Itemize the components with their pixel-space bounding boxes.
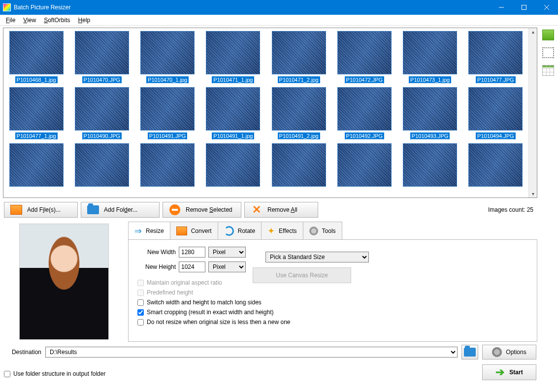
thumbnail-item[interactable]: P1010468_1.jpg — [5, 31, 67, 83]
maximize-button[interactable] — [513, 0, 535, 15]
new-width-label: New Width — [137, 249, 176, 256]
minimize-button[interactable] — [490, 0, 513, 15]
view-mode-strip — [538, 26, 558, 392]
thumbnail-item[interactable] — [268, 143, 329, 190]
thumbnail-item[interactable]: P1010492.JPG — [333, 87, 395, 139]
thumbnail-image — [9, 87, 64, 131]
thumbnail-scrollbar[interactable] — [528, 28, 537, 197]
tab-convert-label: Convert — [191, 228, 212, 234]
thumbnail-item[interactable]: P1010491_1.jpg — [202, 87, 264, 139]
thumbnail-image — [140, 31, 195, 74]
thumbnail-item[interactable]: P1010471_2.jpg — [268, 31, 329, 83]
tools-icon — [309, 227, 318, 235]
tab-effects[interactable]: ✦Effects — [261, 222, 303, 239]
add-folder-button[interactable]: Add Folder... — [81, 202, 160, 218]
view-list-button[interactable] — [542, 47, 554, 58]
menu-softorbits[interactable]: SoftOrbits — [41, 16, 73, 25]
new-height-label: New Height — [137, 263, 176, 270]
window-title: Batch Picture Resizer — [14, 4, 490, 11]
standard-size-select[interactable]: Pick a Standard Size — [265, 252, 369, 262]
start-button[interactable]: ➔Start — [482, 364, 536, 380]
no-resize-smaller-checkbox[interactable]: Do not resize when original size is less… — [137, 319, 528, 326]
menu-view[interactable]: View — [20, 16, 39, 25]
thumbnail-label: P1010477.JPG — [476, 76, 516, 83]
thumbnail-image — [337, 143, 392, 187]
tab-convert[interactable]: Convert — [170, 222, 218, 239]
thumbnail-item[interactable]: P1010470.JPG — [71, 31, 132, 83]
thumbnail-item[interactable]: P1010494.JPG — [465, 87, 526, 139]
tab-tools[interactable]: Tools — [303, 222, 342, 239]
height-unit-select[interactable]: Pixel — [208, 261, 246, 272]
destination-select[interactable]: D:\Results — [45, 347, 458, 358]
thumbnail-panel: P1010468_1.jpgP1010470.JPGP1010470_1.jpg… — [3, 28, 537, 198]
bottom-row: Use folder structure in output folder ➔S… — [3, 362, 537, 380]
thumbnail-item[interactable] — [137, 143, 198, 190]
thumbnail-label: P1010477_1.jpg — [15, 132, 58, 139]
thumbnail-image — [337, 31, 392, 74]
new-height-input[interactable] — [179, 261, 205, 272]
add-files-label: Add File(s)... — [27, 206, 61, 213]
thumbnail-label: P1010491_1.jpg — [212, 132, 254, 139]
svg-rect-1 — [522, 5, 526, 10]
tab-resize[interactable]: ⇗Resize — [128, 222, 170, 239]
thumbnail-item[interactable]: P1010490.JPG — [71, 87, 132, 139]
view-thumbnails-button[interactable] — [542, 30, 554, 40]
options-label: Options — [506, 349, 526, 356]
thumbnail-image — [468, 31, 523, 74]
menu-help[interactable]: Help — [75, 16, 94, 25]
file-ops-toolbar: Add File(s)... Add Folder... Remove Sele… — [3, 198, 537, 222]
thumbnail-item[interactable]: P1010493.JPG — [399, 87, 461, 139]
thumbnail-image — [272, 87, 326, 131]
add-folder-label: Add Folder... — [104, 206, 137, 213]
thumbnail-item[interactable]: P1010470_1.jpg — [137, 31, 198, 83]
thumbnail-item[interactable]: P1010491.JPG — [137, 87, 198, 139]
thumbnail-image — [403, 143, 457, 187]
thumbnail-image — [337, 87, 392, 131]
add-files-button[interactable]: Add File(s)... — [4, 202, 78, 218]
remove-selected-label: Remove Selected — [186, 206, 232, 213]
thumbnail-item[interactable] — [71, 143, 132, 190]
destination-row: Destination D:\Results Options — [3, 342, 537, 362]
tab-rotate[interactable]: Rotate — [218, 222, 262, 239]
folder-structure-checkbox[interactable]: Use folder structure in output folder — [4, 370, 105, 377]
remove-selected-button[interactable]: Remove Selected — [163, 202, 241, 218]
thumbnail-item[interactable]: P1010477_1.jpg — [5, 87, 67, 139]
images-count: Images count: 25 — [488, 206, 536, 213]
thumbnail-image — [75, 87, 129, 131]
preview-pane — [3, 222, 125, 342]
predefined-height-checkbox: Predefined height — [137, 289, 528, 296]
menu-file[interactable]: File — [3, 16, 18, 25]
thumbnail-item[interactable] — [399, 143, 461, 190]
close-button[interactable] — [535, 0, 558, 15]
thumbnail-image — [468, 143, 523, 187]
browse-destination-button[interactable] — [461, 345, 478, 359]
menu-bar: File View SoftOrbits Help — [0, 15, 558, 26]
thumbnail-image — [272, 31, 326, 74]
convert-icon — [176, 227, 187, 235]
switch-wh-checkbox[interactable]: Switch width and height to match long si… — [137, 299, 528, 306]
width-unit-select[interactable]: Pixel — [208, 247, 246, 258]
thumbnail-item[interactable]: P1010471_1.jpg — [202, 31, 264, 83]
rotate-icon — [224, 226, 234, 236]
thumbnail-label: P1010470.JPG — [82, 76, 122, 83]
remove-icon — [169, 204, 180, 215]
thumbnail-item[interactable]: P1010472.JPG — [333, 31, 395, 83]
new-width-input[interactable] — [179, 247, 205, 258]
remove-all-button[interactable]: ✕ Remove All — [244, 202, 318, 218]
tab-rotate-label: Rotate — [238, 228, 255, 234]
preview-image — [19, 224, 109, 340]
thumbnail-item[interactable] — [5, 143, 67, 190]
thumbnail-label: P1010493.JPG — [410, 132, 450, 139]
thumbnail-item[interactable] — [202, 143, 264, 190]
thumbnail-item[interactable]: P1010477.JPG — [465, 31, 526, 83]
folder-icon — [87, 205, 99, 214]
thumbnail-item[interactable]: P1010491_2.jpg — [268, 87, 329, 139]
thumbnail-item[interactable] — [333, 143, 395, 190]
smart-cropping-checkbox[interactable]: Smart cropping (result in exact width an… — [137, 309, 528, 316]
start-label: Start — [509, 369, 523, 376]
thumbnail-item[interactable]: P1010473_1.jpg — [399, 31, 461, 83]
options-button[interactable]: Options — [482, 345, 536, 359]
view-details-button[interactable] — [542, 65, 554, 76]
thumbnail-item[interactable] — [465, 143, 526, 190]
thumbnail-image — [9, 31, 64, 74]
